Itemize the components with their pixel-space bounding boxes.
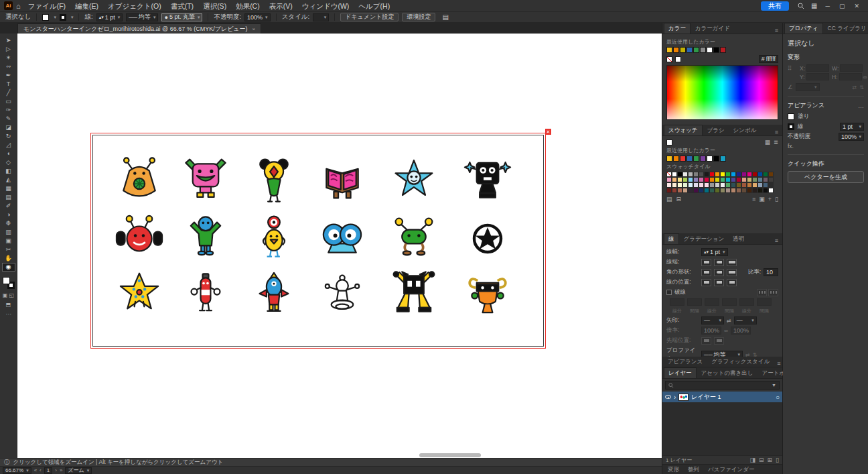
stroke-chip[interactable] [788,123,794,130]
swatch[interactable] [720,172,725,177]
close-button[interactable]: ✕ [849,0,864,12]
perspective-grid-tool[interactable]: ◭ [2,176,15,184]
swatch[interactable] [752,182,757,188]
panel-menu-icon[interactable]: ≡ [772,237,781,244]
tab-symbols[interactable]: シンボル [729,125,761,135]
align-outside-button[interactable] [727,279,737,286]
swatch[interactable] [709,182,715,188]
swatch-none[interactable] [666,172,672,177]
swatch-view-grid-icon[interactable]: ▦ [765,139,770,145]
panel-menu-icon[interactable]: ≡ [772,129,781,135]
fill-color-chip[interactable] [42,14,49,21]
tab-graphic-styles[interactable]: グラフィックスタイル [707,357,774,367]
visibility-eye-icon[interactable] [665,395,671,399]
w-field[interactable] [840,64,863,72]
swatch[interactable] [736,172,741,177]
swatch[interactable] [666,47,672,53]
tab-align[interactable]: 整列 [684,465,703,474]
round-cap-button[interactable] [714,259,724,266]
swatch[interactable] [763,172,768,177]
zoom-level-dropdown[interactable]: 66.67%▾ [3,467,31,474]
butt-cap-button[interactable] [701,259,711,266]
swatch[interactable] [720,156,726,162]
rotate-tool[interactable]: ↻ [2,132,15,141]
rectangle-tool[interactable]: ▭ [2,97,15,106]
swatch[interactable] [680,47,686,53]
swatch[interactable] [768,172,774,177]
more-options-icon[interactable]: … [858,103,864,109]
swatch[interactable] [688,177,693,182]
swatch[interactable] [677,188,682,193]
swatch[interactable] [677,172,682,177]
swatch-libraries-icon[interactable]: ▤ [666,196,672,202]
swatch[interactable] [693,182,699,188]
swatch[interactable] [709,177,715,182]
swatch[interactable] [688,172,693,177]
swatch[interactable] [693,156,699,162]
tip-extend-button[interactable] [701,337,711,345]
swatch[interactable] [693,47,699,53]
canvas[interactable]: ✕ [17,34,662,458]
swatch[interactable] [700,156,706,162]
fx-label[interactable]: fx. [788,143,794,150]
link-icon[interactable]: ∞ [724,327,728,334]
layer-target-icon[interactable]: ○ [776,394,780,401]
eraser-tool[interactable]: ◪ [2,123,15,132]
fill-chip[interactable] [788,113,794,120]
layers-search-field[interactable]: ▼ [665,381,780,390]
swatch[interactable] [666,156,672,162]
swatch[interactable] [680,156,686,162]
document-tab[interactable]: モンスターハンターインクゼロ_morihirotoshida.ai @ 66.6… [17,23,261,34]
tab-asset-export[interactable]: アセットの書き出し [697,368,757,378]
swatch[interactable] [747,182,752,188]
swatch[interactable] [720,188,725,193]
dash-field[interactable] [670,298,684,306]
gradient-tool[interactable]: ▤ [2,193,15,202]
swatch[interactable] [673,156,679,162]
workspace-switcher-icon[interactable]: ▦ [811,2,817,9]
slice-tool[interactable]: ✂ [2,245,15,254]
free-transform-tool[interactable]: ◇ [2,158,15,167]
arrow-end-dropdown[interactable]: —▾ [734,316,757,324]
tab-layers[interactable]: レイヤー [664,367,697,378]
lasso-tool[interactable]: ∾ [2,62,15,71]
swatch[interactable] [731,172,736,177]
stroke-weight-dropdown[interactable]: ▴▾1 pt▾ [701,248,728,256]
swatch[interactable] [673,47,679,53]
swatch[interactable] [757,182,763,188]
delete-layer-icon[interactable]: ▯ [776,457,779,463]
swatch[interactable] [686,47,693,53]
stroke-color-chip[interactable] [60,14,66,21]
monster-outline-meditator[interactable] [317,271,367,320]
y-field[interactable] [806,73,829,80]
tab-brushes[interactable]: ブラシ [703,125,729,135]
next-artboard-icon[interactable]: › [55,467,57,473]
dashed-line-checkbox[interactable] [666,290,672,295]
tab-cc-libraries[interactable]: CC ライブラリ [824,23,868,34]
swatch[interactable] [747,188,752,193]
swatch[interactable] [768,182,774,188]
tip-align-button[interactable] [714,337,724,345]
dash-field[interactable] [739,298,754,306]
illustrator-app-icon[interactable]: Ai [4,1,13,10]
swatch[interactable] [700,47,706,53]
arrow-start-dropdown[interactable]: —▾ [701,316,724,324]
swatch[interactable] [713,156,719,162]
dash-align-button[interactable] [768,289,778,296]
monster-black-yellow-robot[interactable] [389,271,439,320]
swatch[interactable] [747,177,752,182]
swatch[interactable] [677,177,682,182]
layer-row[interactable]: › レイヤー 1 ○ [662,392,782,402]
swatch[interactable] [736,188,741,193]
column-graph-tool[interactable]: ▥ [2,228,15,237]
projecting-cap-button[interactable] [727,259,737,266]
fill-stroke-control[interactable] [3,277,15,289]
swatch[interactable] [757,188,763,193]
swatch[interactable] [704,177,709,182]
draw-mode-icons[interactable]: ▣ ◱ [3,292,14,298]
menu-item[interactable]: ウィンドウ(W) [297,0,354,12]
arrow-scale-end-field[interactable]: 100% [731,327,751,335]
selection-corner-widget[interactable]: ✕ [545,129,551,135]
swatch[interactable] [693,177,699,182]
swatch[interactable] [731,188,736,193]
